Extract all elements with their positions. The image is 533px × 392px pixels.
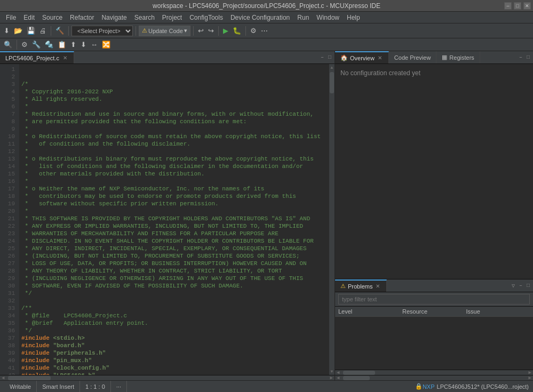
right-panel-maximize-button[interactable]: □ [525,54,531,61]
overview-icon: 🏠 [340,54,348,61]
toolbar-separator-4 [193,26,194,36]
editor-scrollbar-v[interactable]: ▲ ▼ [329,64,335,375]
editor-tabs: LPC54606_Project.c ✕ – □ [0,51,335,64]
toolbar-separator-6 [245,26,246,36]
tab-close-button[interactable]: ✕ [62,55,68,61]
tab-overview-close[interactable]: ✕ [377,55,383,61]
update-code-button[interactable]: ⚠ Update Code ▾ [139,26,190,36]
problems-scrollbar-thumb[interactable] [343,371,375,375]
problems-scrollbar[interactable]: ◀ ▶ [335,370,533,375]
toolbar2-btn1[interactable]: ⚙ [20,39,29,50]
menu-file[interactable]: File [2,13,20,22]
tab-problems[interactable]: ⚠ Problems ✕ [335,279,387,292]
tab-label: LPC54606_Project.c [5,55,59,61]
menu-navigate[interactable]: Navigate [98,13,130,22]
right-scroll-thumb[interactable] [343,376,370,380]
update-code-label: Update Code [148,28,183,34]
menu-search[interactable]: Search [131,13,158,22]
editor-scroll-right-arrow[interactable]: ▶ [329,375,335,381]
scrollbar-down-arrow[interactable]: ▼ [330,368,335,375]
problems-panel: ⚠ Problems ✕ ▽ – □ Level Resource Issue [335,279,533,375]
col-issue: Issue [466,308,530,315]
problems-warning-icon: ⚠ [340,283,346,290]
problems-filter-icon[interactable]: ▽ [510,282,516,290]
toolbar2-search-button[interactable]: 🔍 [2,39,14,50]
toolbar-more-button[interactable]: ⋯ [259,26,269,36]
position-label: 1 : 1 : 0 [85,383,105,390]
problems-filter-input[interactable] [338,294,530,305]
menu-project[interactable]: Project [158,13,186,22]
toolbar2-btn7[interactable]: ↔ [89,39,99,50]
menu-configtools[interactable]: ConfigTools [186,13,227,22]
status-position: 1 : 1 : 0 [80,381,111,392]
editor-minimize-button[interactable]: – [319,54,325,61]
close-button[interactable]: ✕ [523,2,531,10]
menu-help[interactable]: Help [343,13,364,22]
editor-scrollbar-h[interactable]: ◀ ▶ [0,375,335,380]
editor-scroll-thumb[interactable] [8,376,51,380]
problems-table-header: Level Resource Issue [335,307,533,317]
nxp-lock-icon: 🔒 [415,383,423,390]
editor-maximize-button[interactable]: □ [327,54,333,61]
toolbar2-sep1 [17,40,17,50]
menu-source[interactable]: Source [38,13,66,22]
problems-minimize-button[interactable]: – [518,282,524,289]
editor-tab-main[interactable]: LPC54606_Project.c ✕ [0,51,74,63]
toolbar2-btn3[interactable]: 🔩 [43,39,55,50]
toolbar-run-button[interactable]: ▶ [221,26,230,36]
toolbar2-btn8[interactable]: 🔀 [100,39,112,50]
right-panel-scrollbar-h[interactable]: ◀ ▶ [335,375,533,380]
no-config-text: No configuration created yet [340,69,420,77]
problems-maximize-button[interactable]: □ [525,282,531,289]
toolbar-separator-1 [51,26,51,36]
scrollbar-up-arrow[interactable]: ▲ [330,64,335,71]
right-scroll-right-arrow[interactable]: ▶ [527,375,533,381]
right-panel-minimize-button[interactable]: – [518,54,524,61]
right-panel-tabs: 🏠 Overview ✕ Code Preview ▦ Registers – … [335,51,533,64]
problems-tab-close[interactable]: ✕ [375,283,381,290]
toolbar-print-button[interactable]: 🖨 [38,26,48,36]
toolbar2-btn5[interactable]: ⬆ [69,39,78,50]
toolbar2-btn4[interactable]: 📋 [56,39,68,50]
minimize-button[interactable]: – [504,2,512,10]
right-scroll-left-arrow[interactable]: ◀ [335,375,341,381]
dots-separator: ··· [116,383,121,390]
insert-label: Smart Insert [42,383,74,390]
project-select[interactable]: <Select Project> [71,26,133,36]
toolbar-debug-button[interactable]: 🐛 [231,26,243,36]
code-content[interactable]: /* * Copyright 2016-2022 NXP * All right… [19,64,329,375]
menu-window[interactable]: Window [313,13,343,22]
toolbar-save-button[interactable]: 💾 [25,26,37,36]
tab-overview-label: Overview [350,55,375,61]
right-tab-controls: – □ [518,54,533,61]
toolbar-build-button[interactable]: 🔨 [54,26,66,36]
toolbar-separator-5 [218,26,219,36]
tab-registers[interactable]: ▦ Registers [436,51,480,63]
toolbar-redo-button[interactable]: ↪ [206,26,216,36]
line-numbers: 1234567891011121314151617181920212223242… [0,64,19,375]
tab-registers-label: Registers [449,54,474,61]
toolbar2-btn6[interactable]: ⬇ [79,39,88,50]
tab-code-preview-label: Code Preview [394,54,431,61]
code-container: 1234567891011121314151617181920212223242… [0,64,335,375]
menu-device-configuration[interactable]: Device Configuration [227,13,293,22]
editor-scroll-left-arrow[interactable]: ◀ [0,375,6,381]
menu-run[interactable]: Run [293,13,313,22]
tab-overview[interactable]: 🏠 Overview ✕ [335,51,389,63]
maximize-button[interactable]: □ [514,2,521,10]
toolbar-undo-button[interactable]: ↩ [196,26,205,36]
tab-code-preview[interactable]: Code Preview [389,51,436,63]
toolbar-new-button[interactable]: ⬇ [2,26,11,36]
toolbar-open-button[interactable]: 📂 [12,26,24,36]
right-panel: 🏠 Overview ✕ Code Preview ▦ Registers – … [335,51,533,380]
menu-refactor[interactable]: Refactor [66,13,98,22]
toolbar-extra-button[interactable]: ⚙ [249,26,258,36]
editor-panel: LPC54606_Project.c ✕ – □ 123456789101112… [0,51,335,380]
toolbar2-btn2[interactable]: 🔧 [30,39,42,50]
problems-filter-row [335,292,533,307]
scrollbar-thumb[interactable] [330,72,334,93]
title-bar: workspace - LPC54606_Project/source/LPC5… [0,0,533,12]
col-level: Level [338,308,402,315]
project-status-label: LPC54606J512* (LPC5460...roject) [437,383,529,390]
menu-edit[interactable]: Edit [20,13,38,22]
